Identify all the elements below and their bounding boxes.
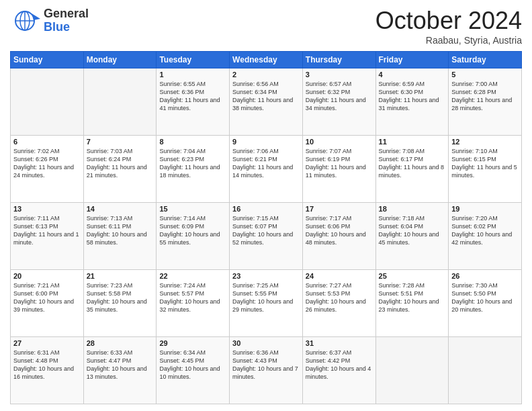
sunrise-text: Sunrise: 7:13 AM [87, 215, 133, 222]
day-info: Sunrise: 7:07 AMSunset: 6:19 PMDaylight:… [306, 147, 373, 180]
sunrise-text: Sunrise: 7:23 AM [87, 282, 133, 289]
month-title: October 2024 [375, 7, 522, 35]
sunrise-text: Sunrise: 7:20 AM [451, 215, 498, 222]
sunrise-text: Sunrise: 7:06 AM [232, 148, 279, 154]
calendar-cell [449, 337, 522, 404]
daylight-text: Daylight: 10 hours and 7 minutes. [232, 365, 298, 380]
sunrise-text: Sunrise: 7:00 AM [451, 81, 498, 87]
calendar-week-row: 27Sunrise: 6:31 AMSunset: 4:48 PMDayligh… [11, 337, 522, 404]
sunrise-text: Sunrise: 7:21 AM [13, 282, 60, 289]
day-info: Sunrise: 7:11 AMSunset: 6:13 PMDaylight:… [13, 214, 81, 247]
day-number: 31 [306, 339, 373, 347]
day-info: Sunrise: 7:10 AMSunset: 6:15 PMDaylight:… [451, 147, 519, 180]
day-info: Sunrise: 7:20 AMSunset: 6:02 PMDaylight:… [451, 214, 519, 247]
day-number: 16 [232, 205, 300, 213]
daylight-text: Daylight: 10 hours and 26 minutes. [306, 298, 366, 313]
day-info: Sunrise: 7:17 AMSunset: 6:06 PMDaylight:… [306, 214, 373, 247]
calendar-cell [11, 68, 84, 136]
calendar-cell: 25Sunrise: 7:28 AMSunset: 5:51 PMDayligh… [375, 270, 449, 337]
calendar-cell: 27Sunrise: 6:31 AMSunset: 4:48 PMDayligh… [11, 337, 84, 404]
day-number: 17 [306, 205, 373, 213]
calendar-cell [375, 337, 449, 404]
calendar-cell: 17Sunrise: 7:17 AMSunset: 6:06 PMDayligh… [302, 203, 375, 270]
sunset-text: Sunset: 6:28 PM [451, 89, 496, 95]
sunset-text: Sunset: 6:07 PM [232, 223, 277, 230]
day-info: Sunrise: 7:06 AMSunset: 6:21 PMDaylight:… [232, 147, 300, 180]
calendar-cell: 15Sunrise: 7:14 AMSunset: 6:09 PMDayligh… [157, 203, 230, 270]
day-info: Sunrise: 7:00 AMSunset: 6:28 PMDaylight:… [451, 80, 519, 113]
calendar-cell: 3Sunrise: 6:57 AMSunset: 6:32 PMDaylight… [302, 68, 375, 136]
daylight-text: Daylight: 10 hours and 39 minutes. [13, 298, 74, 313]
day-number: 12 [451, 138, 519, 146]
day-number: 8 [159, 138, 226, 146]
day-info: Sunrise: 6:34 AMSunset: 4:45 PMDaylight:… [159, 349, 226, 381]
sunrise-text: Sunrise: 7:15 AM [232, 215, 279, 222]
sunset-text: Sunset: 5:53 PM [306, 290, 351, 297]
sunrise-text: Sunrise: 7:17 AM [306, 215, 352, 222]
sunrise-text: Sunrise: 6:34 AM [159, 349, 206, 356]
day-info: Sunrise: 6:55 AMSunset: 6:36 PMDaylight:… [159, 80, 226, 113]
sunset-text: Sunset: 6:30 PM [379, 89, 424, 95]
sunrise-text: Sunrise: 7:03 AM [87, 148, 133, 154]
daylight-text: Daylight: 11 hours and 14 minutes. [232, 164, 293, 179]
calendar-cell: 23Sunrise: 7:25 AMSunset: 5:55 PMDayligh… [230, 270, 303, 337]
sunrise-text: Sunrise: 6:37 AM [306, 349, 352, 356]
daylight-text: Daylight: 10 hours and 52 minutes. [232, 231, 293, 246]
day-number: 28 [87, 339, 154, 347]
calendar-cell: 4Sunrise: 6:59 AMSunset: 6:30 PMDaylight… [375, 68, 449, 136]
sunset-text: Sunset: 5:50 PM [451, 290, 496, 297]
calendar-cell: 30Sunrise: 6:36 AMSunset: 4:43 PMDayligh… [230, 337, 303, 404]
daylight-text: Daylight: 10 hours and 4 minutes. [306, 365, 371, 380]
logo-general: General [44, 7, 89, 21]
day-info: Sunrise: 7:21 AMSunset: 6:00 PMDaylight:… [13, 281, 81, 314]
calendar-cell: 21Sunrise: 7:23 AMSunset: 5:58 PMDayligh… [83, 270, 157, 337]
header-monday: Monday [83, 52, 157, 68]
header-thursday: Thursday [302, 52, 375, 68]
day-info: Sunrise: 6:57 AMSunset: 6:32 PMDaylight:… [306, 80, 373, 113]
day-info: Sunrise: 7:02 AMSunset: 6:26 PMDaylight:… [13, 147, 81, 180]
daylight-text: Daylight: 10 hours and 16 minutes. [13, 365, 74, 380]
header-sunday: Sunday [11, 52, 84, 68]
sunset-text: Sunset: 6:24 PM [87, 156, 132, 163]
daylight-text: Daylight: 11 hours and 8 minutes. [379, 164, 445, 179]
day-number: 11 [379, 138, 446, 146]
sunrise-text: Sunrise: 6:36 AM [232, 349, 279, 356]
day-info: Sunrise: 7:04 AMSunset: 6:23 PMDaylight:… [159, 147, 226, 180]
calendar-header-row: Sunday Monday Tuesday Wednesday Thursday… [11, 52, 522, 68]
sunset-text: Sunset: 6:32 PM [306, 89, 351, 95]
sunrise-text: Sunrise: 6:56 AM [232, 81, 279, 87]
calendar-week-row: 1Sunrise: 6:55 AMSunset: 6:36 PMDaylight… [11, 68, 522, 136]
daylight-text: Daylight: 10 hours and 35 minutes. [87, 298, 147, 313]
daylight-text: Daylight: 11 hours and 41 minutes. [159, 97, 220, 111]
calendar-cell: 31Sunrise: 6:37 AMSunset: 4:42 PMDayligh… [302, 337, 375, 404]
day-info: Sunrise: 6:56 AMSunset: 6:34 PMDaylight:… [232, 80, 300, 113]
daylight-text: Daylight: 10 hours and 23 minutes. [379, 298, 439, 313]
day-number: 27 [13, 339, 81, 347]
day-number: 25 [379, 272, 446, 280]
daylight-text: Daylight: 10 hours and 10 minutes. [159, 365, 220, 380]
day-number: 29 [159, 339, 226, 347]
sunset-text: Sunset: 5:58 PM [87, 290, 132, 297]
sunrise-text: Sunrise: 7:28 AM [379, 282, 425, 289]
daylight-text: Daylight: 10 hours and 45 minutes. [379, 231, 439, 246]
day-info: Sunrise: 7:23 AMSunset: 5:58 PMDaylight:… [87, 281, 154, 314]
day-info: Sunrise: 6:36 AMSunset: 4:43 PMDaylight:… [232, 349, 300, 381]
calendar-cell: 7Sunrise: 7:03 AMSunset: 6:24 PMDaylight… [83, 136, 157, 203]
sunset-text: Sunset: 6:23 PM [159, 156, 204, 163]
sunrise-text: Sunrise: 6:31 AM [13, 349, 60, 356]
calendar-cell: 26Sunrise: 7:30 AMSunset: 5:50 PMDayligh… [449, 270, 522, 337]
day-info: Sunrise: 7:27 AMSunset: 5:53 PMDaylight:… [306, 281, 373, 314]
sunrise-text: Sunrise: 7:25 AM [232, 282, 279, 289]
daylight-text: Daylight: 10 hours and 48 minutes. [306, 231, 366, 246]
day-info: Sunrise: 7:08 AMSunset: 6:17 PMDaylight:… [379, 147, 446, 180]
day-number: 20 [13, 272, 81, 280]
daylight-text: Daylight: 11 hours and 5 minutes. [451, 164, 517, 179]
sunset-text: Sunset: 6:04 PM [379, 223, 424, 230]
day-number: 2 [232, 71, 300, 79]
daylight-text: Daylight: 11 hours and 31 minutes. [379, 97, 439, 111]
day-number: 9 [232, 138, 300, 146]
day-number: 30 [232, 339, 300, 347]
calendar-cell: 16Sunrise: 7:15 AMSunset: 6:07 PMDayligh… [230, 203, 303, 270]
sunrise-text: Sunrise: 7:11 AM [13, 215, 60, 222]
sunset-text: Sunset: 5:51 PM [379, 290, 424, 297]
